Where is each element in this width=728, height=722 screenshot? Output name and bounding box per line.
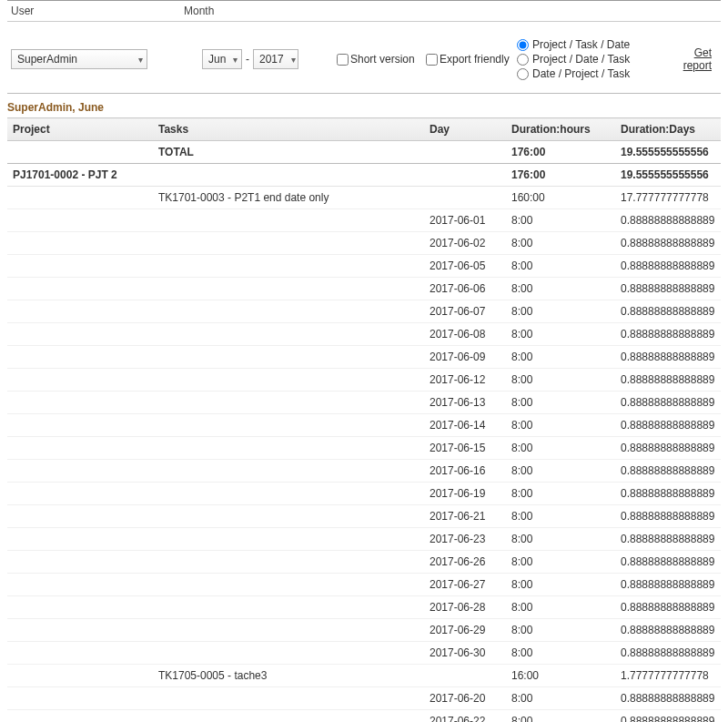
group-by-radio-2[interactable] xyxy=(517,54,529,66)
cell-duration-hours: 8:00 xyxy=(506,323,615,346)
group-by-option-1[interactable]: Project / Task / Date xyxy=(517,38,630,51)
cell-task xyxy=(153,528,424,551)
export-friendly-option[interactable]: Export friendly xyxy=(426,53,510,66)
cell-duration-days: 0.88888888888889 xyxy=(615,346,721,369)
cell-project xyxy=(7,596,153,619)
cell-duration-hours: 8:00 xyxy=(506,619,615,642)
cell-duration-days: 19.555555555556 xyxy=(615,141,721,164)
cell-project xyxy=(7,323,153,346)
cell-duration-hours: 8:00 xyxy=(506,528,615,551)
month-select[interactable]: Jun ▾ xyxy=(202,49,242,69)
group-by-label-3: Date / Project / Task xyxy=(532,67,630,80)
day-row: 2017-06-228:000.88888888888889 xyxy=(7,710,721,723)
user-select[interactable]: SuperAdmin ▾ xyxy=(11,49,147,69)
cell-duration-days: 0.88888888888889 xyxy=(615,619,721,642)
cell-duration-days: 0.88888888888889 xyxy=(615,392,721,414)
cell-task xyxy=(153,483,424,505)
day-row: 2017-06-148:000.88888888888889 xyxy=(7,414,721,437)
group-by-radio-1[interactable] xyxy=(517,39,529,51)
cell-duration-hours: 160:00 xyxy=(506,187,615,209)
cell-duration-hours: 8:00 xyxy=(506,414,615,437)
cell-day: 2017-06-22 xyxy=(424,710,506,723)
year-select[interactable]: 2017 ▾ xyxy=(253,49,298,69)
day-row: 2017-06-028:000.88888888888889 xyxy=(7,232,721,255)
cell-task xyxy=(153,369,424,392)
cell-day: 2017-06-01 xyxy=(424,209,506,232)
task-row: TK1705-0005 - tache316:001.7777777777778 xyxy=(7,665,721,687)
cell-day xyxy=(424,164,506,187)
cell-day: 2017-06-09 xyxy=(424,346,506,369)
cell-project xyxy=(7,187,153,209)
day-row: 2017-06-068:000.88888888888889 xyxy=(7,278,721,300)
cell-duration-hours: 8:00 xyxy=(506,232,615,255)
cell-duration-days: 0.88888888888889 xyxy=(615,300,721,323)
group-by-radio-3[interactable] xyxy=(517,68,529,80)
cell-duration-hours: 8:00 xyxy=(506,392,615,414)
cell-duration-hours: 8:00 xyxy=(506,483,615,505)
cell-task xyxy=(153,505,424,528)
cell-task xyxy=(153,437,424,460)
cell-duration-days: 0.88888888888889 xyxy=(615,437,721,460)
cell-day: 2017-06-02 xyxy=(424,232,506,255)
cell-project xyxy=(7,528,153,551)
filter-body-row: SuperAdmin ▾ Jun ▾ - 2017 ▾ Short versio… xyxy=(7,22,721,93)
group-by-option-3[interactable]: Date / Project / Task xyxy=(517,67,630,80)
cell-project: PJ1701-0002 - PJT 2 xyxy=(7,164,153,187)
cell-task xyxy=(153,164,424,187)
filter-header-row: User Month xyxy=(7,1,721,22)
cell-duration-hours: 8:00 xyxy=(506,437,615,460)
cell-duration-hours: 8:00 xyxy=(506,505,615,528)
cell-duration-days: 0.88888888888889 xyxy=(615,528,721,551)
cell-day: 2017-06-07 xyxy=(424,300,506,323)
day-row: 2017-06-278:000.88888888888889 xyxy=(7,574,721,596)
cell-task xyxy=(153,642,424,665)
short-version-checkbox[interactable] xyxy=(337,54,349,66)
task-row: TK1701-0003 - P2T1 end date only160:0017… xyxy=(7,187,721,209)
day-row: 2017-06-298:000.88888888888889 xyxy=(7,619,721,642)
cell-day: 2017-06-08 xyxy=(424,323,506,346)
cell-duration-days: 0.88888888888889 xyxy=(615,505,721,528)
day-row: 2017-06-098:000.88888888888889 xyxy=(7,346,721,369)
cell-duration-hours: 176:00 xyxy=(506,164,615,187)
total-row: TOTAL176:0019.555555555556 xyxy=(7,141,721,164)
cell-day: 2017-06-05 xyxy=(424,255,506,278)
group-by-option-2[interactable]: Project / Date / Task xyxy=(517,53,630,66)
cell-duration-hours: 8:00 xyxy=(506,642,615,665)
day-row: 2017-06-088:000.88888888888889 xyxy=(7,323,721,346)
cell-day: 2017-06-20 xyxy=(424,687,506,710)
cell-task xyxy=(153,619,424,642)
cell-project xyxy=(7,574,153,596)
cell-duration-days: 1.7777777777778 xyxy=(615,665,721,687)
cell-duration-hours: 8:00 xyxy=(506,710,615,723)
cell-duration-hours: 8:00 xyxy=(506,687,615,710)
day-row: 2017-06-308:000.88888888888889 xyxy=(7,642,721,665)
month-select-value: Jun xyxy=(208,53,226,66)
cell-task xyxy=(153,300,424,323)
project-row: PJ1701-0002 - PJT 2176:0019.555555555556 xyxy=(7,164,721,187)
cell-day: 2017-06-30 xyxy=(424,642,506,665)
report-caption: SuperAdmin, June xyxy=(0,99,728,117)
year-select-value: 2017 xyxy=(259,53,284,66)
group-by-label-2: Project / Date / Task xyxy=(532,53,630,66)
cell-duration-hours: 8:00 xyxy=(506,369,615,392)
day-row: 2017-06-078:000.88888888888889 xyxy=(7,300,721,323)
short-version-option[interactable]: Short version xyxy=(337,53,415,66)
cell-duration-days: 0.88888888888889 xyxy=(615,596,721,619)
cell-task xyxy=(153,551,424,574)
cell-project xyxy=(7,392,153,414)
get-report-link[interactable]: Get report xyxy=(662,46,712,72)
cell-duration-days: 17.777777777778 xyxy=(615,187,721,209)
cell-task: TK1701-0003 - P2T1 end date only xyxy=(153,187,424,209)
cell-duration-days: 0.88888888888889 xyxy=(615,483,721,505)
cell-duration-days: 0.88888888888889 xyxy=(615,323,721,346)
cell-duration-hours: 8:00 xyxy=(506,346,615,369)
cell-duration-days: 0.88888888888889 xyxy=(615,460,721,483)
cell-duration-days: 0.88888888888889 xyxy=(615,278,721,300)
day-row: 2017-06-128:000.88888888888889 xyxy=(7,369,721,392)
filter-month-label: Month xyxy=(180,1,399,21)
cell-day: 2017-06-15 xyxy=(424,437,506,460)
export-friendly-checkbox[interactable] xyxy=(426,54,438,66)
day-row: 2017-06-058:000.88888888888889 xyxy=(7,255,721,278)
day-row: 2017-06-288:000.88888888888889 xyxy=(7,596,721,619)
cell-task xyxy=(153,392,424,414)
